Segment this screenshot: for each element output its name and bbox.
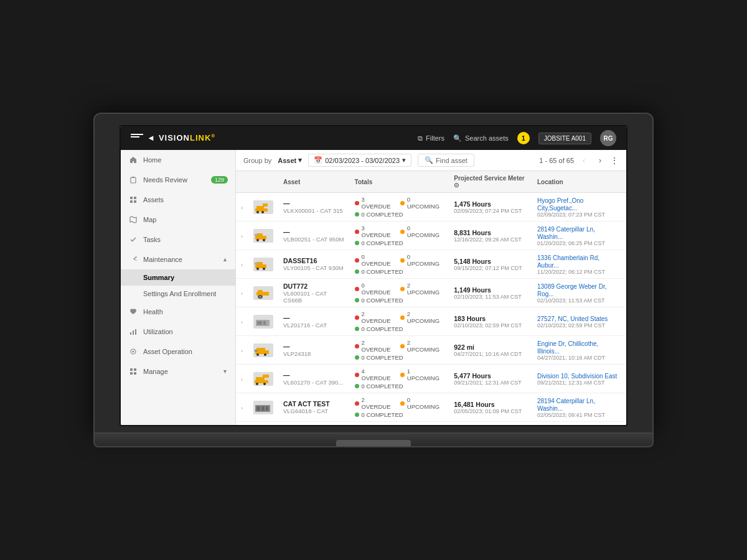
row-asset-info: CAT ACT TEST VLG64018 - CAT <box>278 393 350 422</box>
table-row: › — VLP24318 2 OVERDUE 2 UPCOMING 0 CO <box>236 336 626 365</box>
meter-value: 922 mi <box>454 343 527 351</box>
sidebar-item-tasks[interactable]: Tasks <box>121 230 235 250</box>
group-by-select[interactable]: Asset ▾ <box>278 156 302 164</box>
sidebar-item-assets[interactable]: Assets <box>121 190 235 210</box>
status-dots: 2 OVERDUE 0 UPCOMING 0 COMPLETED <box>355 396 444 418</box>
sidebar-item-summary[interactable]: Summary <box>121 269 235 286</box>
completed-row: 0 COMPLETED <box>355 354 444 361</box>
utilization-icon <box>128 327 138 337</box>
col-meter[interactable]: Projected Service Meter ⊙ <box>449 171 532 193</box>
status-dots: 3 OVERDUE 0 UPCOMING 0 COMPLETED <box>355 196 444 218</box>
jobsite-badge[interactable]: JOBSITE A001 <box>538 133 591 144</box>
overdue-dot <box>355 258 359 263</box>
notification-badge[interactable]: 1 <box>517 132 530 144</box>
asset-id: VL601270 - CAT 390... <box>283 379 345 386</box>
location-date: 11/20/2022; 06:12 PM CST <box>537 269 621 275</box>
filters-button[interactable]: ⧉ Filters <box>418 134 444 142</box>
row-expand[interactable]: › <box>236 279 248 307</box>
upcoming-count: 0 UPCOMING <box>407 253 444 267</box>
location-link[interactable]: 27527, NC, United States <box>537 315 608 322</box>
asset-thumb <box>253 372 273 386</box>
prev-page-button[interactable]: ‹ <box>578 154 590 167</box>
svg-rect-7 <box>130 332 131 335</box>
meter-value: 5,477 Hours <box>454 372 527 380</box>
date-range-picker[interactable]: 📅 02/03/2023 - 03/02/2023 ▾ <box>308 154 411 167</box>
location-link[interactable]: 28149 Caterpillar Ln, Washin... <box>537 226 595 240</box>
overdue-row: 0 OVERDUE 2 UPCOMING <box>355 282 444 296</box>
row-asset-info: DASSET16 VLY00105 - CAT 930M <box>278 250 350 279</box>
sidebar-item-health[interactable]: Health <box>121 302 235 322</box>
row-expand[interactable]: › <box>236 250 248 279</box>
location-link[interactable]: 13089 George Weber Dr, Rog... <box>537 283 607 297</box>
calendar-icon: 📅 <box>314 156 322 164</box>
sidebar-item-asset-operation[interactable]: Asset Operation <box>121 342 235 362</box>
svg-rect-15 <box>134 372 136 375</box>
sidebar-item-settings-enrollment[interactable]: Settings And Enrollment <box>121 286 235 302</box>
next-page-button[interactable]: › <box>594 154 606 167</box>
completed-count: 0 COMPLETED <box>362 325 403 332</box>
overdue-count: 3 OVERDUE <box>362 196 395 210</box>
svg-rect-13 <box>134 368 136 371</box>
laptop-frame: ◄ VISIONLINK® ⧉ Filters 🔍 Search assets <box>93 113 654 447</box>
sidebar-item-utilization[interactable]: Utilization <box>121 322 235 342</box>
col-asset[interactable]: Asset <box>278 171 350 193</box>
sidebar-item-needs-review[interactable]: Needs Review 129 <box>121 170 235 190</box>
row-expand[interactable]: › <box>236 222 248 250</box>
completed-row: 0 COMPLETED <box>355 268 444 275</box>
row-asset-info: — VL601270 - CAT 390... <box>278 365 350 393</box>
row-expand[interactable]: › <box>236 307 248 336</box>
more-options-button[interactable]: ⋮ <box>610 156 619 166</box>
row-totals: 0 OVERDUE 2 UPCOMING 0 COMPLETED <box>350 279 449 307</box>
sidebar-item-home[interactable]: Home <box>121 150 235 170</box>
overdue-dot <box>355 344 359 348</box>
sidebar-item-manage[interactable]: Manage ▼ <box>121 362 235 381</box>
completed-dot <box>355 355 359 360</box>
maintenance-icon <box>128 254 138 264</box>
completed-count: 0 COMPLETED <box>362 268 403 275</box>
chevron-down-icon: ▾ <box>298 156 302 164</box>
user-avatar[interactable]: RG <box>600 130 616 146</box>
overdue-count: 2 OVERDUE <box>362 310 395 324</box>
svg-rect-4 <box>130 200 133 203</box>
location-link[interactable]: Division 10, Subdivision East <box>537 373 617 380</box>
row-meter: 5,477 Hours 09/21/2021; 12:31 AM CST <box>449 365 532 393</box>
row-thumbnail <box>248 365 278 393</box>
screen: ◄ VISIONLINK® ⧉ Filters 🔍 Search assets <box>120 125 627 426</box>
row-location: Hyogo Pref.,Ono City,Sugetac... 02/09/20… <box>532 193 626 222</box>
row-totals: 2 OVERDUE 2 UPCOMING 0 COMPLETED <box>350 307 449 336</box>
menu-icon[interactable] <box>131 134 143 142</box>
row-expand[interactable]: › <box>236 193 248 222</box>
search-icon: 🔍 <box>425 156 433 164</box>
location-link[interactable]: Hyogo Pref.,Ono City,Sugetac... <box>537 197 583 212</box>
find-asset-input[interactable]: 🔍 Find asset <box>418 154 474 167</box>
search-assets-button[interactable]: 🔍 Search assets <box>453 134 509 142</box>
completed-row: 0 COMPLETED <box>355 240 444 246</box>
svg-rect-14 <box>130 372 133 375</box>
asset-id: VLY00105 - CAT 930M <box>283 264 345 271</box>
sidebar-item-maintenance[interactable]: Maintenance ▲ <box>121 250 235 269</box>
row-meter: 8,831 Hours 12/16/2022; 09:26 AM CST <box>449 222 532 250</box>
overdue-dot <box>355 401 359 406</box>
row-expand[interactable]: › <box>236 336 248 365</box>
location-link[interactable]: Engine Dr, Chillicothe, Illinois... <box>537 340 598 355</box>
location-link[interactable]: 1336 Chamberlain Rd, Aubur... <box>537 254 599 269</box>
col-location[interactable]: Location <box>532 171 626 193</box>
row-expand[interactable]: › <box>236 422 248 426</box>
status-dots: 3 OVERDUE 0 UPCOMING 0 COMPLETED <box>355 225 444 246</box>
location-link[interactable]: 28194 Caterpillar Ln, Washin... <box>537 398 595 412</box>
overdue-row: 2 OVERDUE 2 UPCOMING <box>355 310 444 324</box>
row-expand[interactable]: › <box>236 393 248 422</box>
row-asset-info: — VLP24318 <box>278 336 350 365</box>
upcoming-dot <box>400 201 405 205</box>
location-date: 02/10/2023; 11:53 AM CST <box>537 297 621 304</box>
col-totals[interactable]: Totals <box>350 171 449 193</box>
overdue-count: 0 OVERDUE <box>362 253 395 267</box>
sidebar-item-map[interactable]: Map <box>121 210 235 230</box>
logo-text: VISIONLINK® <box>159 133 215 142</box>
row-expand[interactable]: › <box>236 365 248 393</box>
meter-value: 16,481 Hours <box>454 401 527 408</box>
table-header-row: Asset Totals Projected Service Meter ⊙ L… <box>236 171 626 193</box>
svg-point-46 <box>256 383 258 385</box>
row-thumbnail <box>248 250 278 279</box>
health-icon <box>128 307 138 317</box>
